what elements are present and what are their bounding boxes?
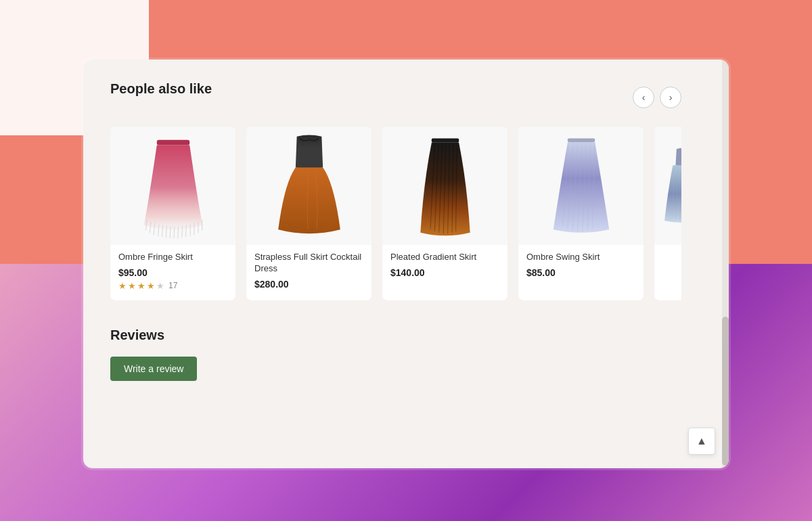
section-title: People also like xyxy=(110,81,212,97)
product-info-3: Ombre Swing Skirt $85.00 xyxy=(518,245,644,289)
card-content-area: People also like ‹ › xyxy=(83,60,729,468)
product-name-3: Ombre Swing Skirt xyxy=(526,252,635,263)
product-card-1[interactable]: Strapless Full Skirt Cocktail Dress $280… xyxy=(246,127,371,300)
product-card-0[interactable]: Ombre Fringe Skirt $95.00 ★ ★ ★ ★ ★ 17 xyxy=(110,127,235,300)
carousel-nav: ‹ › xyxy=(633,87,681,108)
product-price-3: $85.00 xyxy=(526,267,635,278)
carousel-next-button[interactable]: › xyxy=(660,87,681,108)
product-info-2: Pleated Gradient Skirt $140.00 xyxy=(382,245,508,289)
product-info-1: Strapless Full Skirt Cocktail Dress $280… xyxy=(246,245,371,300)
star-5: ★ xyxy=(156,281,164,291)
product-garment-svg-0 xyxy=(133,133,214,238)
main-card: People also like ‹ › xyxy=(83,60,729,468)
product-garment-svg-1 xyxy=(272,132,346,240)
product-price-0: $95.00 xyxy=(118,267,227,278)
reviews-title: Reviews xyxy=(110,327,681,343)
product-garment-svg-3 xyxy=(544,132,618,240)
star-1: ★ xyxy=(118,281,127,291)
product-image-3 xyxy=(518,127,644,245)
content-area: People also like ‹ › xyxy=(83,60,722,403)
review-count-0: 17 xyxy=(168,281,177,290)
star-2: ★ xyxy=(128,281,136,291)
products-row: Ombre Fringe Skirt $95.00 ★ ★ ★ ★ ★ 17 xyxy=(110,127,681,300)
product-card-4[interactable] xyxy=(654,127,681,300)
product-stars-0: ★ ★ ★ ★ ★ 17 xyxy=(118,281,227,291)
card-wrapper: People also like ‹ › xyxy=(81,58,731,470)
product-name-2: Pleated Gradient Skirt xyxy=(390,252,499,263)
product-info-0: Ombre Fringe Skirt $95.00 ★ ★ ★ ★ ★ 17 xyxy=(110,245,235,299)
product-price-2: $140.00 xyxy=(390,267,499,278)
reviews-section: Reviews Write a review xyxy=(110,327,681,381)
svg-rect-24 xyxy=(567,138,594,142)
product-image-4 xyxy=(654,127,681,245)
svg-rect-0 xyxy=(156,140,189,145)
product-card-2[interactable]: Pleated Gradient Skirt $140.00 xyxy=(382,127,508,300)
scrollbar-thumb[interactable] xyxy=(722,317,729,466)
carousel-prev-button[interactable]: ‹ xyxy=(633,87,654,108)
svg-rect-16 xyxy=(431,138,458,142)
product-image-0 xyxy=(110,127,235,245)
carousel-header: People also like ‹ › xyxy=(110,81,681,113)
product-name-1: Strapless Full Skirt Cocktail Dress xyxy=(254,252,363,275)
product-name-0: Ombre Fringe Skirt xyxy=(118,252,227,263)
product-garment-svg-2 xyxy=(408,132,482,240)
star-3: ★ xyxy=(137,281,145,291)
product-image-2 xyxy=(382,127,508,245)
product-card-3[interactable]: Ombre Swing Skirt $85.00 xyxy=(518,127,644,300)
scrollbar-track[interactable] xyxy=(722,60,729,468)
product-image-1 xyxy=(246,127,371,245)
star-4: ★ xyxy=(147,281,155,291)
back-to-top-button[interactable]: ▲ xyxy=(688,428,715,455)
write-review-button[interactable]: Write a review xyxy=(110,357,197,381)
product-price-1: $280.00 xyxy=(254,279,363,290)
product-garment-svg-4 xyxy=(654,132,681,240)
